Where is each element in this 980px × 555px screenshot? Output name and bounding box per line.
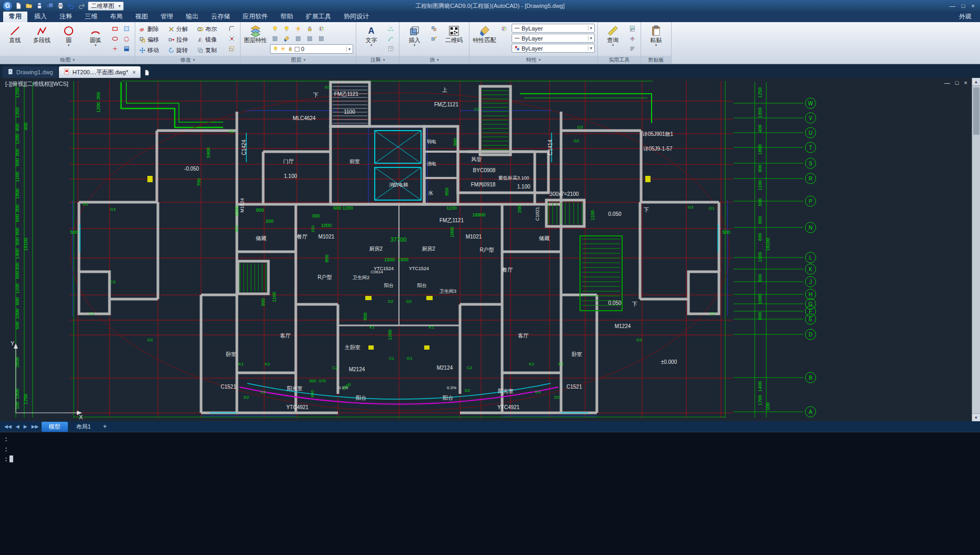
dimension-text[interactable]: 1800 (15, 189, 20, 199)
plan-label[interactable]: 阳光室 (498, 388, 514, 394)
id-point-button[interactable] (627, 34, 637, 43)
dimension-text[interactable]: 600 (757, 274, 763, 282)
plan-label[interactable]: 1500 (234, 206, 239, 216)
scroll-up-icon[interactable]: ▲ (972, 78, 980, 86)
redo-button[interactable] (77, 1, 86, 11)
move-button[interactable]: 移动 (138, 46, 167, 55)
panel-label-properties[interactable]: 特性▾ (469, 56, 597, 64)
plan-label[interactable]: C1021 (535, 207, 540, 221)
color-control[interactable]: ByLayer▾ (512, 24, 595, 33)
undo-button[interactable] (66, 1, 76, 11)
plan-label[interactable]: 卧室 (572, 351, 582, 357)
plan-label[interactable]: G2 (574, 138, 579, 143)
panel-label-layers[interactable]: 图层▾ (241, 56, 356, 64)
layer-unisolate-button[interactable] (305, 34, 314, 43)
lineweight-control[interactable]: ByLayer▾ (512, 44, 595, 53)
plan-label[interactable]: 水 (428, 190, 433, 196)
plan-label[interactable]: 300x7=2100 (549, 191, 579, 197)
tab-home[interactable]: 常用 (3, 11, 27, 22)
plan-label[interactable]: 主卧室 (344, 344, 361, 350)
plan-label[interactable]: 下 (632, 301, 637, 307)
new-document-tab-button[interactable] (142, 67, 152, 78)
dimension-text[interactable]: 1250 (15, 87, 20, 98)
tab-view[interactable]: 视图 (129, 11, 154, 22)
new-layout-button[interactable]: + (99, 423, 111, 430)
plan-label[interactable]: G3 (110, 207, 116, 212)
erase-button[interactable]: 删除 (138, 25, 167, 34)
dimension-text[interactable]: 500 (15, 321, 20, 329)
plan-label[interactable]: 1000 (321, 223, 332, 228)
dimension-text[interactable]: 1350 (15, 107, 20, 118)
dimension-text[interactable]: 19100 (23, 237, 28, 251)
plan-label[interactable]: 储藏 (538, 235, 549, 241)
viewport-controls[interactable]: [-][俯视][二维线框][WCS] (5, 80, 68, 88)
plan-label[interactable]: 前室 (349, 158, 360, 164)
stretch-button[interactable]: 拉伸 (167, 35, 196, 44)
plan-label[interactable]: D2 (388, 299, 394, 304)
dimension-text[interactable]: 400 (23, 122, 28, 130)
dimension-text[interactable]: 1100 (15, 283, 20, 293)
plan-label[interactable]: 300 (96, 92, 101, 100)
dimension-text[interactable]: 1700 (757, 395, 763, 405)
dimension-text[interactable]: 1100 (15, 172, 20, 182)
plan-label[interactable]: C1521 (566, 384, 582, 390)
dimension-text[interactable]: 300 (15, 148, 20, 156)
axis-bubble[interactable]: A (805, 407, 816, 417)
axis-bubble[interactable]: K (805, 264, 816, 274)
plan-label[interactable]: 0.3% (447, 385, 456, 390)
layer-prev-button[interactable] (270, 34, 279, 43)
appearance-menu[interactable]: 外观 (954, 11, 977, 22)
plan-label[interactable]: 0.050 (608, 211, 621, 217)
command-line[interactable]: ::: (0, 432, 980, 555)
plan-label[interactable]: YTC4921 (286, 404, 309, 410)
panel-label-block[interactable]: 块▾ (399, 56, 469, 64)
dimension-text[interactable]: 600 (15, 237, 20, 245)
plan-label[interactable]: M1021 (318, 234, 335, 240)
dimension-text[interactable]: 300 (15, 262, 20, 270)
drawing-annotations[interactable]: WVUTSRPNLKJHGFEDBA下G1FM乙1121上FM乙11211100… (11, 85, 816, 420)
scroll-down-icon[interactable]: ▼ (972, 413, 980, 421)
plan-label[interactable]: 1500 (398, 257, 408, 262)
dimension-text[interactable]: 19100 (765, 237, 771, 251)
plan-label[interactable]: 200 (517, 205, 522, 213)
scale-button[interactable] (227, 44, 236, 53)
insert-button[interactable]: 插入▾ (402, 24, 427, 47)
plan-label[interactable]: 阳台 (384, 283, 394, 288)
plan-label[interactable]: G1 (325, 85, 331, 90)
plan-label[interactable]: G2 (229, 129, 235, 134)
gradient-button[interactable] (122, 44, 131, 53)
drawing-canvas[interactable]: WVUTSRPNLKJHGFEDBA下G1FM乙1121上FM乙11211100… (0, 78, 980, 421)
dimension-text[interactable]: 500 (757, 198, 763, 206)
scrollbar-thumb[interactable] (973, 87, 979, 135)
match-properties-button[interactable]: 特性匹配 (472, 24, 497, 43)
create-block-button[interactable] (429, 24, 438, 33)
document-tab-drawing1[interactable]: Drawing1.dwg (3, 66, 58, 78)
layout-nav-icon[interactable]: ▶▶ (30, 424, 41, 429)
paste-button[interactable]: 粘贴▾ (644, 24, 668, 47)
dimension-text[interactable]: 1100 (757, 252, 763, 262)
plan-label[interactable]: 1100 (446, 205, 456, 211)
dimension-text[interactable]: 1250 (757, 87, 763, 98)
plan-label[interactable]: 门厅 (283, 158, 294, 164)
layer-states-button[interactable] (316, 34, 326, 43)
panel-label-modify[interactable]: 修改▾ (135, 56, 240, 64)
panel-label-draw[interactable]: 绘图▾ (0, 56, 135, 64)
command-prompt-line[interactable]: : (4, 454, 976, 464)
plan-label[interactable]: C1414 (547, 140, 553, 155)
plan-label[interactable]: C2 (467, 365, 473, 370)
multileader-button[interactable] (386, 34, 395, 43)
plan-label[interactable]: D2 (244, 395, 249, 400)
layer-dropdown[interactable]: 0▾ (270, 44, 353, 54)
layer-lock-button[interactable] (305, 24, 314, 33)
tab-express[interactable]: 扩展工具 (300, 11, 337, 22)
save-all-button[interactable] (45, 1, 55, 11)
plan-label[interactable]: 风管 (471, 156, 482, 162)
close-tab-icon[interactable]: × (132, 69, 135, 75)
tab-insert[interactable]: 插入 (28, 11, 53, 22)
dimension-text[interactable]: 900 (757, 164, 763, 172)
dimension-text[interactable]: 1000 (15, 309, 20, 319)
plan-label[interactable]: G1 (709, 206, 715, 211)
polyline-button[interactable]: 多段线 (29, 24, 54, 43)
plan-label[interactable]: MLC4624 (293, 115, 316, 121)
plan-label[interactable]: 阳台 (417, 283, 427, 288)
